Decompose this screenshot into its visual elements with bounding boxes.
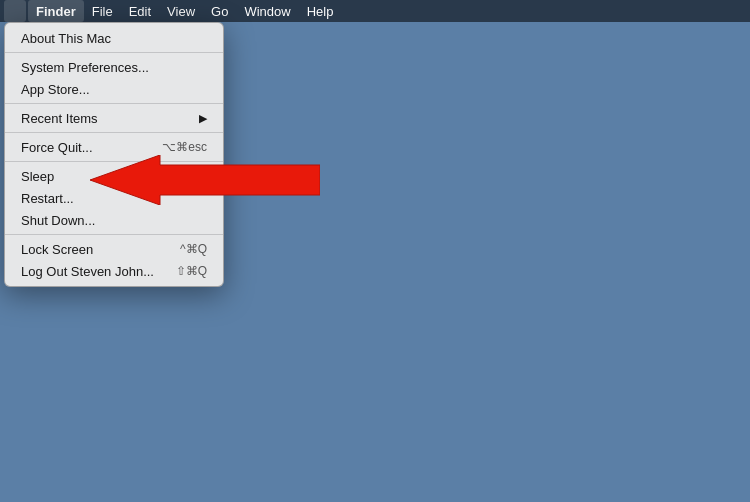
logout-shortcut: ⇧⌘Q — [176, 264, 207, 278]
menubar: Finder File Edit View Go Window Help — [0, 0, 750, 22]
menubar-view[interactable]: View — [159, 0, 203, 22]
menu-recent-items[interactable]: Recent Items ▶ — [5, 107, 223, 129]
menubar-go[interactable]: Go — [203, 0, 236, 22]
apple-dropdown-menu: About This Mac System Preferences... App… — [4, 22, 224, 287]
menu-separator-2 — [5, 103, 223, 104]
menu-sleep[interactable]: Sleep — [5, 165, 223, 187]
menu-app-store[interactable]: App Store... — [5, 78, 223, 100]
menu-separator-3 — [5, 132, 223, 133]
menu-lock-screen[interactable]: Lock Screen ^⌘Q — [5, 238, 223, 260]
menu-restart[interactable]: Restart... — [5, 187, 223, 209]
system-preferences-label: System Preferences... — [21, 60, 149, 75]
sleep-label: Sleep — [21, 169, 54, 184]
menubar-edit[interactable]: Edit — [121, 0, 159, 22]
app-store-label: App Store... — [21, 82, 90, 97]
force-quit-label: Force Quit... — [21, 140, 93, 155]
restart-label: Restart... — [21, 191, 74, 206]
menubar-file[interactable]: File — [84, 0, 121, 22]
menu-about-this-mac[interactable]: About This Mac — [5, 27, 223, 49]
logout-label: Log Out Steven John... — [21, 264, 154, 279]
menubar-window[interactable]: Window — [236, 0, 298, 22]
menu-shut-down[interactable]: Shut Down... — [5, 209, 223, 231]
force-quit-shortcut: ⌥⌘esc — [162, 140, 207, 154]
menu-system-preferences[interactable]: System Preferences... — [5, 56, 223, 78]
menubar-finder[interactable]: Finder — [28, 0, 84, 22]
recent-items-label: Recent Items — [21, 111, 98, 126]
menu-separator-4 — [5, 161, 223, 162]
menubar-help[interactable]: Help — [299, 0, 342, 22]
apple-menu-button[interactable] — [4, 0, 26, 22]
menu-separator-5 — [5, 234, 223, 235]
recent-items-arrow-icon: ▶ — [199, 112, 207, 125]
shut-down-label: Shut Down... — [21, 213, 95, 228]
lock-screen-shortcut: ^⌘Q — [180, 242, 207, 256]
about-this-mac-label: About This Mac — [21, 31, 111, 46]
menu-force-quit[interactable]: Force Quit... ⌥⌘esc — [5, 136, 223, 158]
menu-logout[interactable]: Log Out Steven John... ⇧⌘Q — [5, 260, 223, 282]
lock-screen-label: Lock Screen — [21, 242, 93, 257]
menu-separator-1 — [5, 52, 223, 53]
